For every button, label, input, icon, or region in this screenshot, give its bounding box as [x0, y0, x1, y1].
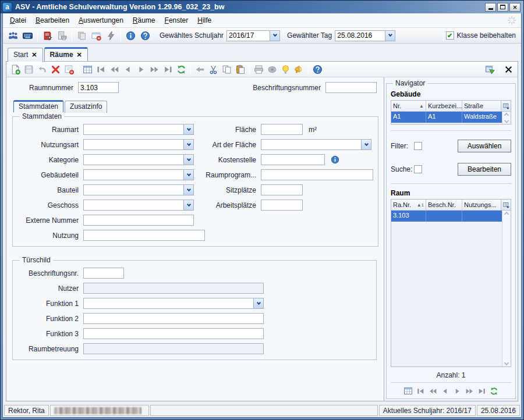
chevron-down-icon[interactable] [385, 31, 395, 41]
bauteil-input[interactable] [84, 185, 183, 195]
chevron-down-icon[interactable] [183, 200, 193, 210]
cut-button[interactable] [207, 63, 220, 76]
help-button[interactable] [138, 29, 153, 42]
column-header-ranr[interactable]: Ra.Nr.▲1 [391, 200, 426, 210]
undo-button[interactable] [36, 63, 49, 76]
tab-raeume[interactable]: Räume ✕ [44, 47, 88, 61]
tab-close-icon[interactable]: ✕ [31, 51, 37, 59]
maximize-button[interactable] [497, 3, 508, 12]
chevron-down-icon[interactable] [183, 185, 193, 195]
raumart-combobox[interactable] [83, 124, 194, 135]
next-icon[interactable] [453, 387, 462, 396]
first-icon[interactable] [416, 387, 425, 396]
kostenstelle-input[interactable] [261, 154, 325, 165]
gebaeude-scrollbar[interactable] [502, 112, 511, 124]
arbeitsplaetze-input[interactable] [261, 200, 303, 211]
menu-bearbeiten[interactable]: Bearbeiten [31, 15, 74, 26]
scroll-down-icon[interactable] [504, 118, 509, 123]
previous-icon[interactable] [441, 387, 449, 396]
menu-datei[interactable]: Datei [5, 15, 31, 26]
kategorie-combobox[interactable] [83, 154, 194, 165]
column-picker-button[interactable] [501, 101, 511, 111]
copy-button[interactable] [220, 63, 233, 76]
externe-nummer-input[interactable] [83, 215, 194, 226]
fast-backward-button[interactable] [108, 63, 121, 76]
suche-checkbox[interactable] [414, 165, 422, 173]
close-window-module-button[interactable] [89, 29, 104, 42]
funktion-1-combobox[interactable] [83, 298, 264, 309]
fast-backward-icon[interactable] [429, 387, 437, 396]
data-entry-module-button[interactable] [20, 29, 35, 42]
chevron-down-icon[interactable] [253, 298, 263, 308]
tag-input[interactable] [335, 31, 385, 41]
menu-raeume[interactable]: Räume [128, 15, 160, 26]
close-button[interactable] [509, 3, 521, 12]
delete-record-button[interactable] [49, 63, 62, 76]
sitzplaetze-input[interactable] [261, 184, 303, 195]
nutzung-input[interactable] [83, 230, 205, 241]
column-picker-button[interactable] [501, 200, 511, 210]
gebaeudeteil-combobox[interactable] [83, 169, 194, 180]
back-button[interactable] [193, 63, 207, 76]
kostenstelle-info[interactable] [331, 155, 339, 164]
column-header-nutzungs[interactable]: Nutzungs... [462, 200, 501, 210]
save-button[interactable] [22, 63, 36, 76]
scroll-down-icon[interactable] [504, 361, 509, 365]
chevron-down-icon[interactable] [183, 124, 193, 134]
close-view-button[interactable] [502, 63, 515, 76]
chevron-down-icon[interactable] [183, 170, 193, 180]
subtab-stammdaten[interactable]: Stammdaten [13, 100, 63, 112]
discard-record-button[interactable] [62, 63, 76, 76]
schuljahr-combobox[interactable] [226, 30, 280, 41]
first-record-button[interactable] [94, 63, 108, 76]
chevron-down-icon[interactable] [183, 155, 193, 165]
art-der-flaeche-input[interactable] [261, 140, 361, 150]
filter-checkbox[interactable] [414, 142, 422, 150]
column-header-strasse[interactable]: Straße [462, 101, 501, 111]
last-icon[interactable] [477, 387, 486, 396]
raumnummer-input[interactable] [78, 82, 119, 93]
funktion-3-input[interactable] [83, 328, 264, 339]
students-module-button[interactable] [6, 29, 20, 42]
chevron-down-icon[interactable] [270, 31, 279, 41]
column-header-nr[interactable]: Nr.▲ [391, 101, 426, 111]
chevron-down-icon[interactable] [361, 140, 371, 150]
nutzungsart-combobox[interactable] [83, 139, 194, 150]
raumprogramm-input[interactable] [261, 169, 373, 180]
raumart-input[interactable] [84, 124, 183, 134]
scroll-up-icon[interactable] [504, 212, 509, 216]
minimize-button[interactable] [485, 3, 496, 12]
column-header-kurzbezeichnung[interactable]: Kurzbezei... [426, 101, 462, 111]
previous-record-button[interactable] [121, 63, 134, 76]
gebaeude-row-selected[interactable]: A1 A1 Waldstraße [391, 112, 502, 123]
refresh-button[interactable] [175, 63, 188, 76]
nutzungsart-input[interactable] [84, 140, 183, 150]
chevron-down-icon[interactable] [183, 140, 193, 150]
menu-hilfe[interactable]: Hilfe [193, 15, 216, 26]
fast-forward-button[interactable] [148, 63, 161, 76]
geschoss-combobox[interactable] [83, 200, 194, 211]
last-record-button[interactable] [161, 63, 175, 76]
table-view-button[interactable] [81, 63, 94, 76]
funktion-1-input[interactable] [84, 298, 253, 308]
tip-button[interactable] [279, 63, 292, 76]
auswaehlen-button[interactable]: Auswählen [458, 140, 511, 152]
beschriftungsnr-input[interactable] [83, 268, 124, 279]
next-record-button[interactable] [134, 63, 148, 76]
column-header-beschnr[interactable]: Besch.Nr. [426, 200, 462, 210]
geschoss-input[interactable] [84, 200, 183, 210]
bauteil-combobox[interactable] [83, 184, 194, 195]
title-bar[interactable]: a ASV - Amtliche Schulverwaltung Version… [1, 1, 523, 13]
bearbeiten-button[interactable]: Bearbeiten [458, 163, 511, 176]
kategorie-input[interactable] [84, 155, 183, 165]
flaeche-input[interactable] [261, 124, 303, 135]
copy-documents-button[interactable] [75, 29, 89, 42]
klasse-beibehalten-checkbox[interactable]: ✔ [446, 31, 454, 40]
print-button[interactable] [252, 63, 265, 76]
beschriftungsnummer-input[interactable] [325, 82, 377, 93]
reports-button[interactable] [40, 29, 55, 42]
paste-button[interactable] [233, 63, 247, 76]
menu-fenster[interactable]: Fenster [160, 15, 193, 26]
print-list-button[interactable] [55, 29, 69, 42]
raum-row-selected[interactable]: 3.103 [391, 211, 502, 222]
